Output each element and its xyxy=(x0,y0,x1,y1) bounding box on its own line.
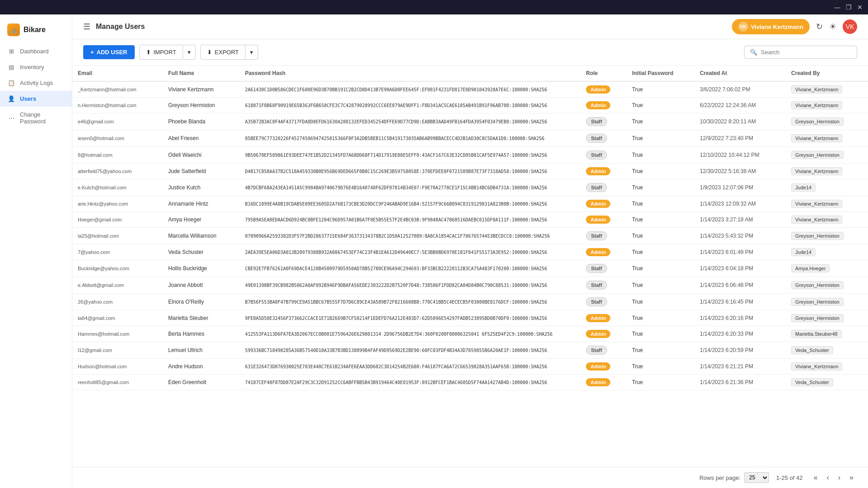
sidebar-item-activity-logs[interactable]: 📋 Activity Logs xyxy=(0,75,72,91)
cell-created-by: Greyson_Hermiston xyxy=(786,228,868,244)
table-row[interactable]: n.Hermiston@hotmail.com Greyson Hermisto… xyxy=(72,98,868,113)
cell-created-by: Viviane_Kertzmann xyxy=(786,196,868,212)
cell-fullname: Lemuel Ullrich xyxy=(163,342,240,359)
export-dropdown-button[interactable]: ▾ xyxy=(245,45,258,60)
sidebar-item-dashboard[interactable]: ⊞ Dashboard xyxy=(0,43,72,59)
cell-email: atterfield75@yahoo.com xyxy=(72,164,163,179)
close-button[interactable]: ✕ xyxy=(857,4,863,11)
table-row[interactable]: e46@gmail.com Phoebe Blanda A35B72B3AC8F… xyxy=(72,113,868,130)
table-row[interactable]: 26@yahoo.com Elnora O'Reilly B7B56F553BA… xyxy=(72,294,868,310)
col-hash: Password Hash xyxy=(240,66,580,81)
next-page-button[interactable]: › xyxy=(835,472,844,483)
cell-initial-password: True xyxy=(627,81,694,98)
sidebar-item-users[interactable]: 👤 Users xyxy=(0,91,72,107)
cell-created-at: 12/30/2022 5:16:38 AM xyxy=(694,164,786,179)
cell-created-by: Amya.Hoeger xyxy=(786,260,868,277)
users-table-container: Email Full Name Password Hash Role Initi… xyxy=(72,66,868,467)
table-row[interactable]: Hammes@hotmail.com Berta Hammes 412553FA… xyxy=(72,326,868,342)
cell-fullname: Berta Hammes xyxy=(163,326,240,342)
cell-fullname: Abel Friesen xyxy=(163,130,240,147)
cell-fullname: Veda Schuster xyxy=(163,244,240,260)
cell-created-at: 1/14/2023 6:04:18 PM xyxy=(694,260,786,277)
cell-email: _Kertzmann@hotmail.com xyxy=(72,81,163,98)
cell-initial-password: True xyxy=(627,342,694,359)
cell-role: Staff xyxy=(580,342,627,359)
cell-initial-password: True xyxy=(627,260,694,277)
import-dropdown-button[interactable]: ▾ xyxy=(183,45,196,60)
cell-fullname: Jude Satterfield xyxy=(163,164,240,179)
cell-created-by: Greyson_Hermiston xyxy=(786,113,868,130)
col-email: Email xyxy=(72,66,163,81)
avatar: VK xyxy=(738,22,748,32)
sidebar-item-change-password[interactable]: ⋯ Change Password xyxy=(0,107,72,129)
sidebar-item-label: Change Password xyxy=(20,111,65,125)
table-row[interactable]: Hoeger@gmail.com Amya Hoeger 795B9A5EA0E… xyxy=(72,212,868,228)
minimize-button[interactable]: — xyxy=(834,4,840,11)
table-row[interactable]: Hudson@hotmail.com Andre Hudson 631E3264… xyxy=(72,359,868,375)
cell-hash: B16DC1899E4A0B19CDAB5E09EE3605D2A76B173C… xyxy=(240,196,580,212)
user-initials: VK xyxy=(740,24,746,29)
cell-created-by: Jude14 xyxy=(786,244,868,260)
users-table: Email Full Name Password Hash Role Initi… xyxy=(72,66,868,390)
table-row[interactable]: l12@gmail.com Lemuel Ullrich 599336BC718… xyxy=(72,342,868,359)
export-button[interactable]: ⬇ EXPORT xyxy=(200,45,245,60)
cell-created-by: Viviane_Kertzmann xyxy=(786,212,868,228)
cell-hash: 412553FA113D6FA7EA3D2067ECC0B001E7596426… xyxy=(240,326,580,342)
sidebar-item-inventory[interactable]: ▤ Inventory xyxy=(0,59,72,75)
table-row[interactable]: e.Kutch@hotmail.com Justice Kutch 4B7DCB… xyxy=(72,179,868,196)
prev-page-button[interactable]: ‹ xyxy=(823,472,832,483)
table-row[interactable]: e.Abbott@gmail.com Joanne Abbott 49E0139… xyxy=(72,277,868,294)
refresh-icon[interactable]: ↻ xyxy=(816,22,823,32)
table-row[interactable]: arie.Hintz@yahoo.com Annamarie Hintz B16… xyxy=(72,196,868,212)
cell-email: e.Abbott@gmail.com xyxy=(72,277,163,294)
sidebar-item-label: Activity Logs xyxy=(20,80,53,86)
cell-created-by: Viviane_Kertzmann xyxy=(786,98,868,113)
add-user-button[interactable]: + ADD USER xyxy=(83,45,135,59)
cell-email: e.Kutch@hotmail.com xyxy=(72,179,163,196)
cell-initial-password: True xyxy=(627,244,694,260)
first-page-button[interactable]: « xyxy=(810,472,821,483)
cell-hash: D4817C858AA37B2C518A459330B0E956B69DED66… xyxy=(240,164,580,179)
cell-fullname: Marcella Williamson xyxy=(163,228,240,244)
table-row[interactable]: la25@hotmail.com Marcella Williamson 070… xyxy=(72,228,868,244)
cell-created-at: 1/14/2023 6:20:33 PM xyxy=(694,326,786,342)
sidebar-item-label: Dashboard xyxy=(20,48,49,55)
dashboard-icon: ⊞ xyxy=(7,48,15,55)
menu-icon[interactable]: ☰ xyxy=(83,22,90,32)
cell-email: ta64@gmail.com xyxy=(72,310,163,326)
cell-hash: 2AEA39E5EA06D3A013B20979388B932A0867453E… xyxy=(240,244,580,260)
logo-icon: 🚲 xyxy=(7,23,20,36)
cell-email: reenholt85@gmail.com xyxy=(72,375,163,390)
table-row[interactable]: ta64@gmail.com Marietta Steuber 9FE0A5D5… xyxy=(72,310,868,326)
search-input[interactable] xyxy=(761,49,851,56)
import-button[interactable]: ⬆ IMPORT xyxy=(139,45,183,60)
table-row[interactable]: 8@hotmail.com Odell Waeichi 9B50678EF589… xyxy=(72,147,868,164)
table-row[interactable]: _Kertzmann@hotmail.com Viviane Kertzmann… xyxy=(72,81,868,98)
cell-created-at: 10/30/2022 8:20:11 AM xyxy=(694,113,786,130)
table-row[interactable]: Buckridge@yahoo.com Hollis Buckridge CBE… xyxy=(72,260,868,277)
user-avatar-icon[interactable]: VK xyxy=(843,19,857,34)
table-row[interactable]: iesen0@hotmail.com Abel Friesen 85BEE79C… xyxy=(72,130,868,147)
cell-fullname: Greyson Hermiston xyxy=(163,98,240,113)
table-row[interactable]: 7@yahoo.com Veda Schuster 2AEA39E5EA06D3… xyxy=(72,244,868,260)
last-page-button[interactable]: » xyxy=(846,472,857,483)
cell-created-by: Viviane_Kertzmann xyxy=(786,81,868,98)
cell-email: Buckridge@yahoo.com xyxy=(72,260,163,277)
cell-created-by: Jude14 xyxy=(786,179,868,196)
col-initial-password: Initial Password xyxy=(627,66,694,81)
cell-hash: CBE92E7FB76261A0F69DACE4120B4500979D5950… xyxy=(240,260,580,277)
cell-hash: A35B72B3AC8F4AF43717FDA8D8EFD61630A28813… xyxy=(240,113,580,130)
table-row[interactable]: reenholt85@gmail.com Eden Greenholt 7418… xyxy=(72,375,868,390)
sun-icon[interactable]: ☀ xyxy=(829,22,836,32)
rows-per-page-select[interactable]: 10 25 50 100 xyxy=(744,472,769,483)
table-row[interactable]: atterfield75@yahoo.com Jude Satterfield … xyxy=(72,164,868,179)
top-bar-left: ☰ Manage Users xyxy=(83,22,145,32)
cell-created-by: Greyson_Hermiston xyxy=(786,310,868,326)
search-box: 🔍 xyxy=(744,46,857,59)
cell-role: Admin xyxy=(580,196,627,212)
cell-created-by: Viviane_Kertzmann xyxy=(786,164,868,179)
restore-button[interactable]: ❐ xyxy=(846,4,852,11)
cell-hash: 74187CEF48F87DD87E2AF29C3C32D91252CC6ABF… xyxy=(240,375,580,390)
user-chip[interactable]: VK Viviane Kertzmann xyxy=(732,19,810,34)
cell-created-at: 1/14/2023 5:43:32 PM xyxy=(694,228,786,244)
